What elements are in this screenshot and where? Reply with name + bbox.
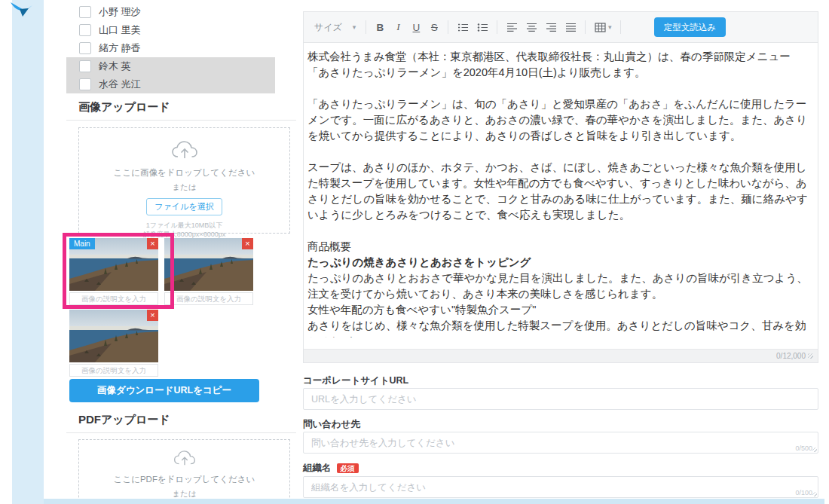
pdf-dropzone[interactable]: ここにPDFをドロップしてください または ファイルを選択 — [78, 439, 290, 504]
member-checkbox[interactable] — [79, 24, 91, 36]
contact-field: 0/500 — [303, 432, 818, 454]
image-upload-heading: 画像アップロード — [78, 100, 297, 115]
member-name: 水谷 光江 — [99, 78, 141, 91]
align-justify-icon[interactable] — [561, 18, 580, 36]
char-counter: 0/12,000 — [776, 352, 806, 360]
ordered-list-icon[interactable] — [454, 18, 472, 36]
corporate-url-input[interactable] — [304, 389, 818, 409]
required-badge: 必須 — [337, 463, 359, 474]
image-dropzone[interactable]: ここに画像をドロップしてください または ファイルを選択 1ファイル最大10MB… — [78, 127, 290, 234]
member-name: 小野 理沙 — [99, 5, 141, 19]
member-checkbox[interactable] — [79, 78, 91, 90]
constraint-filesize: 1ファイル最大10MB以下 — [79, 221, 289, 230]
corporate-url-field — [303, 388, 818, 410]
bold-button[interactable]: B — [372, 18, 388, 36]
main-badge: Main — [69, 238, 95, 249]
contact-input[interactable] — [304, 432, 818, 453]
chevron-down-icon: ▾ — [608, 23, 612, 31]
side-rail-bird-icon[interactable] — [9, 2, 35, 21]
contact-label: 問い合わせ先 — [303, 418, 360, 431]
toolbar-separator — [497, 20, 497, 34]
organization-label-row: 組織名 必須 — [303, 462, 359, 475]
cloud-upload-icon — [171, 140, 198, 160]
thumbnail-image[interactable]: Main × — [69, 238, 158, 291]
remove-image-button[interactable]: × — [242, 238, 253, 249]
member-checkbox-list: 小野 理沙 山口 里美 緒方 静香 鈴木 英 水谷 光江 — [66, 3, 275, 93]
landscape-photo — [69, 310, 158, 362]
file-select-button[interactable]: ファイルを選択 — [146, 198, 222, 215]
member-name: 山口 里美 — [99, 23, 141, 37]
corporate-url-label: コーポレートサイトURL — [303, 374, 408, 387]
editor-paragraph: 「あさりたっぷりラーメン」は、旬の「あさり」と愛知県産の「あおさ」をふんだんに使… — [307, 96, 810, 144]
image-thumbnail: × — [69, 310, 158, 377]
upload-constraints: 1ファイル最大10MB以下 解像度最大8000px×6000px — [79, 221, 289, 239]
organization-char-counter: 0/100 — [795, 489, 812, 496]
strikethrough-button[interactable]: S — [426, 18, 442, 36]
organization-label: 組織名 — [303, 462, 332, 475]
image-caption-input[interactable] — [164, 292, 253, 305]
rich-text-editor: サイズ ▾ B I U S — [303, 11, 818, 363]
toolbar-separator — [620, 20, 621, 34]
editor-paragraph: 株式会社うまみ食堂（本社：東京都港区、代表取締役社長：丸山貴之）は、春の季節限定… — [307, 49, 810, 81]
thumbnail-image[interactable]: × — [69, 310, 158, 362]
organization-input[interactable] — [304, 477, 818, 497]
dropzone-text: ここにPDFをドロップしてください — [79, 474, 289, 485]
dropzone-text: ここに画像をドロップしてください — [79, 167, 289, 179]
toolbar-separator — [366, 20, 366, 34]
divider — [66, 432, 296, 433]
toolbar-separator — [448, 20, 448, 34]
toolbar-separator — [585, 20, 586, 34]
align-right-icon[interactable] — [542, 18, 560, 36]
side-rail — [12, 0, 44, 504]
dropzone-or-text: または — [79, 489, 289, 499]
insert-table-icon[interactable]: ▾ — [591, 18, 615, 36]
remove-image-button[interactable]: × — [147, 310, 158, 321]
font-size-dropdown[interactable]: サイズ ▾ — [310, 21, 360, 34]
align-center-icon[interactable] — [522, 18, 540, 36]
bullet-list-icon[interactable] — [473, 18, 491, 36]
member-row[interactable]: 山口 里美 — [66, 21, 275, 39]
member-row[interactable]: 水谷 光江 — [66, 75, 275, 93]
image-caption-input[interactable] — [69, 364, 158, 377]
italic-button[interactable]: I — [390, 18, 406, 36]
editor-content[interactable]: 株式会社うまみ食堂（本社：東京都港区、代表取締役社長：丸山貴之）は、春の季節限定… — [304, 43, 818, 338]
image-thumbnail: Main × — [69, 238, 158, 305]
pdf-upload-heading: PDFアップロード — [78, 413, 297, 427]
align-left-icon[interactable] — [503, 18, 521, 36]
dropzone-or-text: または — [79, 182, 289, 193]
member-row[interactable]: 鈴木 英 — [66, 57, 275, 75]
editor-paragraph: スープは、あさりのほか、ホタテ、かつお、さば、にぼし、焼きあごといった様々な魚介… — [307, 160, 810, 223]
resize-grip-icon[interactable] — [812, 447, 817, 452]
image-thumbnail: × — [164, 238, 253, 305]
underline-button[interactable]: U — [408, 18, 424, 36]
editor-toolbar: サイズ ▾ B I U S — [304, 12, 818, 43]
font-size-label: サイズ — [314, 21, 342, 34]
cloud-upload-icon — [173, 450, 196, 467]
editor-footer: 0/12,000 — [304, 349, 818, 362]
chevron-down-icon: ▾ — [353, 23, 356, 31]
page-bottom-strip — [44, 499, 824, 504]
member-name: 鈴木 英 — [99, 60, 131, 73]
press-release-editor-page: 小野 理沙 山口 里美 緒方 静香 鈴木 英 水谷 光江 画像アップロード ここ… — [0, 0, 829, 504]
contact-char-counter: 0/500 — [795, 444, 812, 452]
member-checkbox[interactable] — [79, 6, 91, 18]
editor-paragraph: 商品概要たっぷりの焼きあさりとあおさをトッピングたっぷりのあさりとおおさで華やか… — [307, 239, 810, 338]
resize-grip-icon[interactable] — [812, 492, 817, 496]
member-row[interactable]: 小野 理沙 — [66, 3, 275, 21]
image-caption-input[interactable] — [69, 292, 158, 305]
load-template-button[interactable]: 定型文読込み — [654, 17, 726, 37]
divider — [66, 120, 296, 121]
copy-image-url-button[interactable]: 画像ダウンロードURLをコピー — [69, 379, 259, 402]
member-name: 緒方 静香 — [99, 41, 141, 55]
member-checkbox[interactable] — [79, 42, 91, 54]
remove-image-button[interactable]: × — [147, 238, 158, 249]
landscape-photo — [164, 238, 253, 291]
member-checkbox[interactable] — [79, 60, 91, 72]
member-row[interactable]: 緒方 静香 — [66, 39, 275, 57]
thumbnail-image[interactable]: × — [164, 238, 253, 291]
resize-grip-icon[interactable] — [808, 353, 813, 359]
organization-field: 0/100 — [303, 476, 818, 498]
